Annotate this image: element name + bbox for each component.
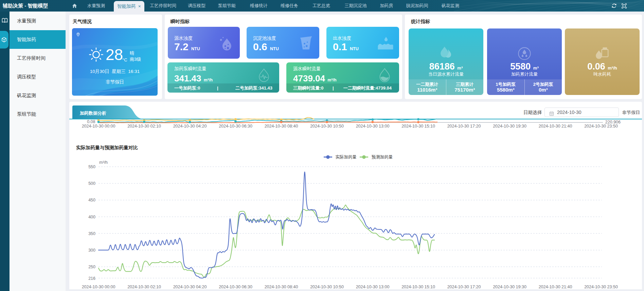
- svg-text:2024-10-30 08:40: 2024-10-30 08:40: [265, 285, 298, 289]
- svg-text:2024-10-30 19:30: 2024-10-30 19:30: [493, 285, 526, 289]
- svg-text:2024-10-30 13:00: 2024-10-30 13:00: [356, 285, 390, 289]
- svg-text:2024-10-30 02:10: 2024-10-30 02:10: [127, 124, 161, 129]
- svg-text:300: 300: [88, 248, 95, 253]
- svg-text:2024-10-30 04:20: 2024-10-30 04:20: [173, 285, 207, 289]
- svg-text:2024-10-30 21:40: 2024-10-30 21:40: [539, 285, 572, 289]
- svg-text:2024-10-30 06:30: 2024-10-30 06:30: [219, 285, 252, 289]
- svg-text:2024-10-30 17:20: 2024-10-30 17:20: [447, 124, 481, 129]
- svg-text:2024-10-30 23:50: 2024-10-30 23:50: [584, 124, 618, 129]
- svg-text:550: 550: [88, 164, 95, 169]
- svg-text:加药数据分析: 加药数据分析: [79, 111, 106, 116]
- svg-text:2024-10-30 15:10: 2024-10-30 15:10: [401, 285, 435, 289]
- svg-text:2024-10-30 04:20: 2024-10-30 04:20: [173, 124, 207, 129]
- svg-text:216: 216: [88, 276, 95, 281]
- svg-text:2024-10-30 19:30: 2024-10-30 19:30: [493, 124, 526, 129]
- svg-text:2024-10-30 17:20: 2024-10-30 17:20: [447, 285, 481, 289]
- svg-text:2024-10-30 00:00: 2024-10-30 00:00: [82, 285, 115, 289]
- svg-text:500: 500: [88, 181, 95, 186]
- svg-text:2024-10-30 10:50: 2024-10-30 10:50: [310, 285, 344, 289]
- svg-text:2024-10-30 21:40: 2024-10-30 21:40: [539, 124, 572, 129]
- svg-text:2024-10-30 02:10: 2024-10-30 02:10: [127, 285, 161, 289]
- svg-text:2024-10-30 13:00: 2024-10-30 13:00: [356, 124, 390, 129]
- svg-text:400: 400: [88, 215, 95, 219]
- svg-text:2024-10-30 10:50: 2024-10-30 10:50: [310, 124, 344, 129]
- svg-text:250: 250: [88, 265, 95, 269]
- svg-text:2024-10-30 06:30: 2024-10-30 06:30: [219, 124, 252, 129]
- svg-text:350: 350: [88, 231, 95, 236]
- svg-text:2024-10-30 08:40: 2024-10-30 08:40: [265, 124, 298, 129]
- svg-text:2024-10-30 00:00: 2024-10-30 00:00: [82, 124, 115, 129]
- svg-text:2024-10-30 15:10: 2024-10-30 15:10: [401, 124, 435, 129]
- svg-text:2024-10-30 23:50: 2024-10-30 23:50: [584, 285, 618, 289]
- svg-text:450: 450: [88, 198, 95, 202]
